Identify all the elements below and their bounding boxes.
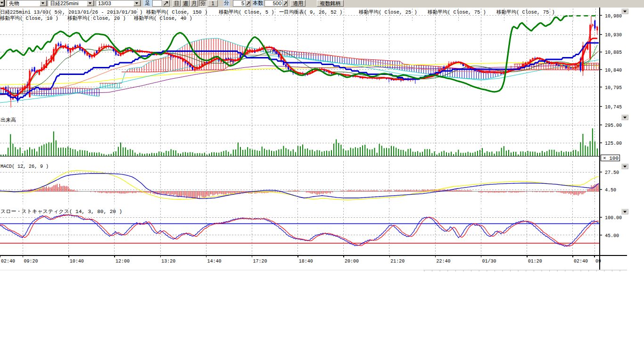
- svg-text:27.50: 27.50: [605, 170, 619, 175]
- svg-text:18:40: 18:40: [299, 259, 313, 264]
- svg-text:01:20: 01:20: [528, 259, 542, 264]
- svg-text:移動平均( Close, 10 ): 移動平均( Close, 10 ): [0, 16, 58, 21]
- svg-text:295.00: 295.00: [605, 123, 622, 128]
- svg-text:移動平均( Close, 150 ): 移動平均( Close, 150 ): [146, 9, 207, 15]
- svg-text:移動平均( Close, 75 ): 移動平均( Close, 75 ): [496, 9, 555, 15]
- svg-text:10:40: 10:40: [70, 259, 84, 264]
- svg-text:日経225mini 13/03( 5分, 2013/01/2: 日経225mini 13/03( 5分, 2013/01/26 - 2013/0…: [0, 9, 142, 15]
- svg-text:02:40: 02:40: [574, 259, 588, 264]
- svg-text:125.00: 125.00: [605, 141, 622, 146]
- svg-text:10,840: 10,840: [605, 68, 622, 73]
- svg-text:移動平均( Close, 5 ): 移動平均( Close, 5 ): [219, 9, 274, 15]
- svg-text:09:20: 09:20: [24, 259, 38, 264]
- svg-text:45.00: 45.00: [605, 233, 619, 239]
- svg-text:移動平均( Close, 25 ): 移動平均( Close, 25 ): [359, 9, 417, 15]
- svg-text:移動平均( Close, 75 ): 移動平均( Close, 75 ): [428, 9, 486, 15]
- svg-text:MACD( 12, 26, 9 ): MACD( 12, 26, 9 ): [0, 164, 49, 169]
- svg-text:21:20: 21:20: [390, 259, 405, 264]
- svg-text:移動平均( Close, 20 ): 移動平均( Close, 20 ): [67, 16, 126, 21]
- svg-text:スロー・ストキャスティクス( 14, 3, 80, 20 ): スロー・ストキャスティクス( 14, 3, 80, 20 ): [0, 209, 122, 214]
- svg-text:20:00: 20:00: [345, 259, 359, 264]
- svg-text:22:40: 22:40: [436, 259, 450, 264]
- svg-text:13:20: 13:20: [161, 259, 175, 264]
- svg-text:一目均衡表( 9, 26, 52 ): 一目均衡表( 9, 26, 52 ): [279, 9, 342, 15]
- svg-text:10,745: 10,745: [605, 105, 622, 110]
- svg-text:移動平均( Close, 40 ): 移動平均( Close, 40 ): [134, 16, 192, 21]
- svg-text:出来高: 出来高: [0, 117, 16, 123]
- svg-text:10,930: 10,930: [605, 33, 622, 38]
- svg-text:10,980: 10,980: [605, 14, 622, 19]
- svg-text:14:40: 14:40: [207, 259, 221, 264]
- svg-text:4.50: 4.50: [605, 188, 616, 193]
- svg-text:100.00: 100.00: [605, 215, 622, 221]
- svg-text:17:20: 17:20: [253, 259, 267, 264]
- svg-text:12:00: 12:00: [116, 259, 130, 264]
- svg-text:02:40: 02:40: [1, 259, 15, 264]
- svg-text:10,795: 10,795: [605, 85, 622, 90]
- svg-text:10,885: 10,885: [605, 50, 622, 55]
- svg-text:09: 09: [595, 259, 601, 264]
- svg-text:01/30: 01/30: [482, 259, 496, 264]
- svg-text:× 100: × 100: [603, 156, 619, 161]
